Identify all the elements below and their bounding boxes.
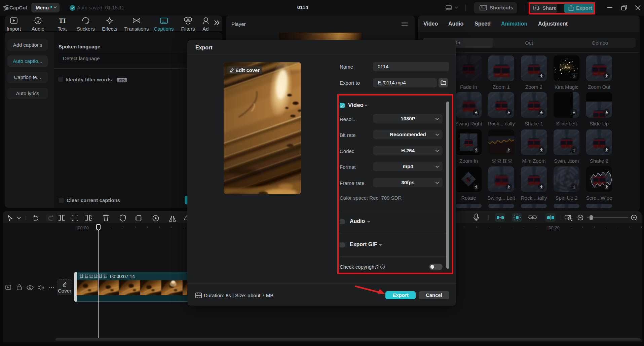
svg-text:TI: TI — [59, 17, 66, 24]
